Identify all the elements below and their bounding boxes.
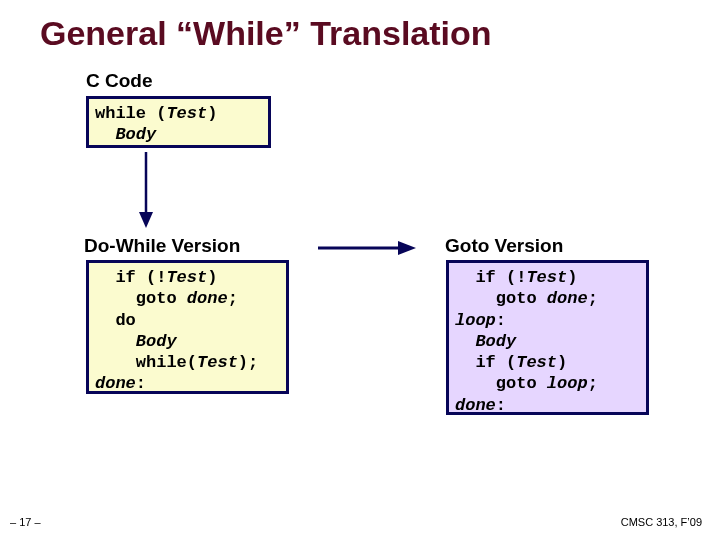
text: Test [166, 268, 207, 287]
heading-c-code: C Code [86, 70, 153, 92]
text: Test [197, 353, 238, 372]
heading-goto: Goto Version [445, 235, 563, 257]
code-box-do-while: if (!Test) goto done; do Body while(Test… [86, 260, 289, 394]
text: loop [455, 311, 496, 330]
text: do [95, 311, 136, 330]
text: Body [115, 125, 156, 144]
text: ; [228, 289, 238, 308]
text: Body [136, 332, 177, 351]
footer-page-number: – 17 – [10, 516, 41, 528]
text: loop [547, 374, 588, 393]
text: Test [526, 268, 567, 287]
indent [95, 125, 115, 144]
text: : [136, 374, 146, 393]
dw-line6: done: [95, 373, 280, 394]
c-code-line2: Body [95, 124, 262, 145]
dw-line5: while(Test); [95, 352, 280, 373]
gt-line2: goto done; [455, 288, 640, 309]
text: goto [455, 289, 547, 308]
text: ) [207, 268, 217, 287]
svg-marker-3 [398, 241, 416, 255]
indent [455, 332, 475, 351]
text: while ( [95, 104, 166, 123]
gt-line4: Body [455, 331, 640, 352]
text: if (! [455, 268, 526, 287]
heading-do-while: Do-While Version [84, 235, 240, 257]
dw-line1: if (!Test) [95, 267, 280, 288]
arrow-right-icon [318, 238, 418, 258]
dw-line3: do [95, 310, 280, 331]
gt-line5: if (Test) [455, 352, 640, 373]
c-code-line1: while (Test) [95, 103, 262, 124]
code-box-goto: if (!Test) goto done; loop: Body if (Tes… [446, 260, 649, 415]
gt-line6: goto loop; [455, 373, 640, 394]
text: goto [455, 374, 547, 393]
text: : [496, 311, 506, 330]
dw-line2: goto done; [95, 288, 280, 309]
text: done [547, 289, 588, 308]
text: while( [95, 353, 197, 372]
arrow-down-icon [136, 152, 156, 230]
text: ; [588, 289, 598, 308]
text: goto [95, 289, 187, 308]
text: ) [557, 353, 567, 372]
svg-marker-1 [139, 212, 153, 228]
slide-root: General “While” Translation C Code while… [0, 0, 720, 540]
indent [95, 332, 136, 351]
text: if ( [455, 353, 516, 372]
text: ) [207, 104, 217, 123]
text: : [496, 396, 506, 415]
gt-line7: done: [455, 395, 640, 416]
text: done [187, 289, 228, 308]
text: ); [238, 353, 258, 372]
text: ) [567, 268, 577, 287]
dw-line4: Body [95, 331, 280, 352]
gt-line1: if (!Test) [455, 267, 640, 288]
text: if (! [95, 268, 166, 287]
text: Test [516, 353, 557, 372]
text: done [455, 396, 496, 415]
text: done [95, 374, 136, 393]
footer-course: CMSC 313, F’09 [621, 516, 702, 528]
code-box-c: while (Test) Body [86, 96, 271, 148]
gt-line3: loop: [455, 310, 640, 331]
text: Test [166, 104, 207, 123]
page-title: General “While” Translation [40, 14, 492, 53]
text: ; [588, 374, 598, 393]
text: Body [475, 332, 516, 351]
